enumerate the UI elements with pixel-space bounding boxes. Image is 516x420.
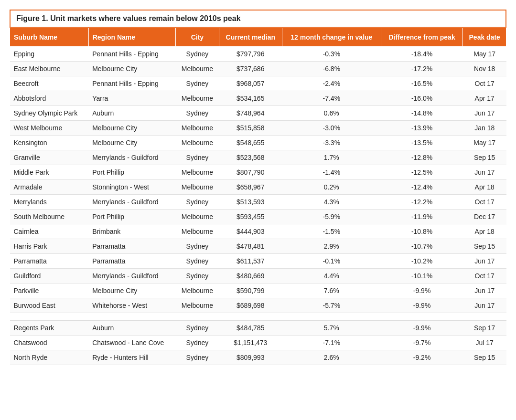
table-cell: -2.4%	[282, 76, 381, 91]
table-cell: -12.8%	[381, 150, 463, 165]
table-cell: Oct 17	[463, 195, 506, 210]
table-cell: $797,796	[219, 47, 282, 62]
table-cell: $1,151,473	[219, 336, 282, 350]
table-cell: Apr 18	[463, 180, 506, 195]
table-row: MerrylandsMerrylands - GuildfordSydney$5…	[10, 195, 506, 210]
table-cell: 5.7%	[282, 321, 381, 336]
table-row: KensingtonMelbourne CityMelbourne$548,65…	[10, 136, 506, 150]
table-cell: Sep 15	[463, 350, 506, 365]
figure-title: Figure 1. Unit markets where values rema…	[10, 10, 506, 28]
table-cell: Merrylands - Guildford	[88, 150, 176, 165]
table-row: Burwood EastWhitehorse - WestMelbourne$6…	[10, 298, 506, 313]
table-cell: 0.2%	[282, 180, 381, 195]
table-cell: East Melbourne	[10, 62, 89, 76]
table-row: GuildfordMerrylands - GuildfordSydney$48…	[10, 269, 506, 284]
table-cell: 2.9%	[282, 239, 381, 254]
table-cell: $809,993	[219, 350, 282, 365]
table-cell: Sydney	[176, 350, 219, 365]
table-cell: Sep 15	[463, 150, 506, 165]
table-cell: Parkville	[10, 284, 89, 298]
table-row: ArmadaleStonnington - WestMelbourne$658,…	[10, 180, 506, 195]
table-cell: Port Phillip	[88, 210, 176, 224]
table-cell: Brimbank	[88, 224, 176, 239]
table-cell: North Ryde	[10, 350, 89, 365]
col-median: Current median	[219, 28, 282, 47]
table-cell: $534,165	[219, 91, 282, 106]
table-cell: Melbourne City	[88, 62, 176, 76]
table-cell: May 17	[463, 136, 506, 150]
table-cell: Melbourne	[176, 136, 219, 150]
table-cell: Abbotsford	[10, 91, 89, 106]
table-cell: -3.0%	[282, 121, 381, 136]
table-cell: Sep 17	[463, 321, 506, 336]
table-cell: Melbourne	[176, 180, 219, 195]
table-cell: $484,785	[219, 321, 282, 336]
table-cell: -10.1%	[381, 269, 463, 284]
table-header: Suburb Name Region Name City Current med…	[10, 28, 506, 47]
table-row: AbbotsfordYarraMelbourne$534,165-7.4%-16…	[10, 91, 506, 106]
table-cell: Beecroft	[10, 76, 89, 91]
table-cell: Harris Park	[10, 239, 89, 254]
table-cell: -5.9%	[282, 210, 381, 224]
table-cell: Jun 17	[463, 106, 506, 121]
table-cell: $737,686	[219, 62, 282, 76]
col-suburb: Suburb Name	[10, 28, 89, 47]
table-cell: -10.2%	[381, 254, 463, 269]
table-cell: Jun 17	[463, 298, 506, 313]
table-cell: -13.5%	[381, 136, 463, 150]
table-cell: -7.4%	[282, 91, 381, 106]
table-row: ParkvilleMelbourne CityMelbourne$590,799…	[10, 284, 506, 298]
table-cell: $523,568	[219, 150, 282, 165]
table-cell: Regents Park	[10, 321, 89, 336]
table-cell: Pennant Hills - Epping	[88, 76, 176, 91]
table-cell: Nov 18	[463, 62, 506, 76]
table-cell: May 17	[463, 47, 506, 62]
table-cell: Parramatta	[88, 254, 176, 269]
table-cell: Merrylands - Guildford	[88, 269, 176, 284]
table-cell: Oct 17	[463, 269, 506, 284]
table-cell: Melbourne	[176, 62, 219, 76]
table-cell: Chatswood - Lane Cove	[88, 336, 176, 350]
table-cell: Sydney	[176, 150, 219, 165]
table-cell: $748,964	[219, 106, 282, 121]
table-cell: Sydney	[176, 195, 219, 210]
table-cell: $590,799	[219, 284, 282, 298]
table-cell: -17.2%	[381, 62, 463, 76]
table-cell: -14.8%	[381, 106, 463, 121]
table-cell: Sydney Olympic Park	[10, 106, 89, 121]
col-diff: Difference from peak	[381, 28, 463, 47]
table-cell: Burwood East	[10, 298, 89, 313]
table-cell: Stonnington - West	[88, 180, 176, 195]
table-cell: Jun 17	[463, 254, 506, 269]
table-cell: Jan 18	[463, 121, 506, 136]
table-cell: Melbourne	[176, 224, 219, 239]
table-cell: Guildford	[10, 269, 89, 284]
col-region: Region Name	[88, 28, 176, 47]
table-cell: -6.8%	[282, 62, 381, 76]
table-cell: 4.3%	[282, 195, 381, 210]
table-cell: Sydney	[176, 76, 219, 91]
table-cell: Melbourne	[176, 298, 219, 313]
table-cell: -1.5%	[282, 224, 381, 239]
table-cell: Ryde - Hunters Hill	[88, 350, 176, 365]
table-row: West MelbourneMelbourne CityMelbourne$51…	[10, 121, 506, 136]
table-row: EppingPennant Hills - EppingSydney$797,7…	[10, 47, 506, 62]
table-cell: Epping	[10, 47, 89, 62]
table-cell: -0.3%	[282, 47, 381, 62]
table-cell: -0.1%	[282, 254, 381, 269]
data-table: Suburb Name Region Name City Current med…	[10, 28, 506, 365]
table-cell: Jul 17	[463, 336, 506, 350]
table-row: BeecroftPennant Hills - EppingSydney$968…	[10, 76, 506, 91]
table-cell: $444,903	[219, 224, 282, 239]
table-cell: Sydney	[176, 254, 219, 269]
table-cell: Cairnlea	[10, 224, 89, 239]
table-cell: 1.7%	[282, 150, 381, 165]
table-cell: Sydney	[176, 239, 219, 254]
table-cell: $807,790	[219, 165, 282, 180]
table-cell: Pennant Hills - Epping	[88, 47, 176, 62]
table-cell: $515,858	[219, 121, 282, 136]
table-cell: Kensington	[10, 136, 89, 150]
table-row: North RydeRyde - Hunters HillSydney$809,…	[10, 350, 506, 365]
table-cell: Sydney	[176, 269, 219, 284]
table-cell: -9.9%	[381, 298, 463, 313]
